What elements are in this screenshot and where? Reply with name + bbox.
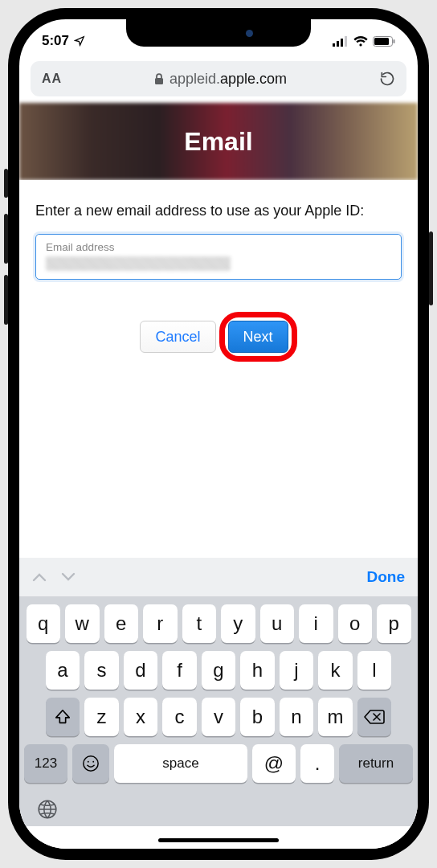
prompt-text: Enter a new email address to use as your… <box>35 203 402 219</box>
key-u[interactable]: u <box>260 604 295 643</box>
key-q[interactable]: q <box>27 604 61 643</box>
key-n[interactable]: n <box>280 698 314 736</box>
key-v[interactable]: v <box>202 698 236 736</box>
prev-field-icon[interactable] <box>32 572 47 582</box>
shift-key[interactable] <box>46 698 80 736</box>
key-t[interactable]: t <box>182 604 217 643</box>
key-i[interactable]: i <box>299 604 333 643</box>
keyboard-row-4: 123 space @ . return <box>19 736 418 792</box>
clock: 5:07 <box>42 33 69 49</box>
keyboard-row-1: q w e r t y u i o p <box>19 596 418 643</box>
svg-rect-3 <box>345 36 347 47</box>
globe-icon[interactable] <box>37 799 58 820</box>
emoji-key[interactable] <box>72 744 109 783</box>
key-s[interactable]: s <box>84 651 119 690</box>
location-icon <box>74 35 85 47</box>
key-x[interactable]: x <box>124 698 158 736</box>
email-field-label: Email address <box>46 241 391 253</box>
svg-rect-5 <box>374 38 389 45</box>
page-title: Email <box>19 103 418 180</box>
url-display[interactable]: appleid.apple.com <box>154 71 287 88</box>
wifi-icon <box>353 36 368 47</box>
keyboard-done-button[interactable]: Done <box>367 568 406 586</box>
keyboard-bottom-row <box>19 792 418 826</box>
next-field-icon[interactable] <box>61 572 76 582</box>
svg-rect-0 <box>333 43 335 47</box>
volume-up-button <box>4 214 8 264</box>
cancel-button[interactable]: Cancel <box>140 321 215 353</box>
svg-rect-6 <box>394 39 395 43</box>
key-f[interactable]: f <box>162 651 197 690</box>
key-w[interactable]: w <box>65 604 100 643</box>
cellular-icon <box>333 36 349 47</box>
lock-icon <box>154 73 164 85</box>
key-k[interactable]: k <box>318 651 353 690</box>
button-row: Cancel Next <box>35 312 402 362</box>
backspace-key[interactable] <box>357 698 392 736</box>
highlight-ring: Next <box>219 312 297 362</box>
key-r[interactable]: r <box>143 604 178 643</box>
keyboard-row-3: z x c v b n m <box>19 690 418 736</box>
battery-icon <box>373 36 395 47</box>
shift-icon <box>54 708 71 726</box>
power-button <box>429 231 433 305</box>
volume-down-button <box>4 275 8 325</box>
browser-url-bar[interactable]: AA appleid.apple.com <box>31 61 406 96</box>
dot-key[interactable]: . <box>300 744 334 783</box>
key-a[interactable]: a <box>46 651 80 690</box>
space-key[interactable]: space <box>114 744 247 783</box>
key-j[interactable]: j <box>280 651 314 690</box>
svg-point-9 <box>88 761 89 763</box>
numbers-key[interactable]: 123 <box>24 744 67 783</box>
key-p[interactable]: p <box>377 604 411 643</box>
key-l[interactable]: l <box>357 651 392 690</box>
mute-switch <box>4 169 8 198</box>
email-field[interactable]: Email address <box>35 234 402 280</box>
backspace-icon <box>364 709 385 725</box>
text-size-button[interactable]: AA <box>42 72 62 86</box>
notch <box>126 19 311 47</box>
keyboard: Done q w e r t y u i o p a s d f g h <box>19 558 418 826</box>
key-o[interactable]: o <box>338 604 373 643</box>
next-button[interactable]: Next <box>228 321 288 353</box>
at-key[interactable]: @ <box>252 744 296 783</box>
key-b[interactable]: b <box>240 698 275 736</box>
svg-point-10 <box>92 761 94 763</box>
key-y[interactable]: y <box>221 604 255 643</box>
key-m[interactable]: m <box>318 698 353 736</box>
url-subdomain: appleid. <box>169 71 220 87</box>
key-h[interactable]: h <box>240 651 275 690</box>
keyboard-accessory-bar: Done <box>19 558 418 596</box>
svg-point-8 <box>84 756 98 771</box>
key-c[interactable]: c <box>162 698 197 736</box>
screen: 5:07 AA appleid.apple.com Email Enter a … <box>19 19 418 849</box>
keyboard-row-2: a s d f g h j k l <box>19 643 418 690</box>
key-e[interactable]: e <box>104 604 139 643</box>
phone-frame: 5:07 AA appleid.apple.com Email Enter a … <box>8 8 429 860</box>
svg-rect-1 <box>337 41 339 47</box>
key-z[interactable]: z <box>84 698 119 736</box>
return-key[interactable]: return <box>339 744 413 783</box>
svg-rect-2 <box>341 39 343 47</box>
email-field-value-redacted <box>46 256 231 271</box>
home-indicator[interactable] <box>158 838 279 842</box>
key-g[interactable]: g <box>202 651 236 690</box>
url-domain: apple.com <box>220 71 287 87</box>
reload-icon[interactable] <box>379 71 395 87</box>
emoji-icon <box>82 755 100 772</box>
svg-rect-7 <box>155 78 163 84</box>
key-d[interactable]: d <box>124 651 158 690</box>
